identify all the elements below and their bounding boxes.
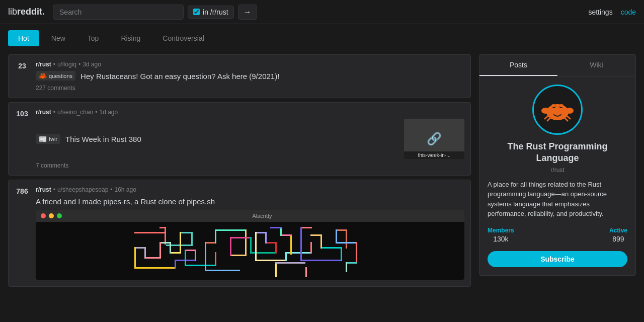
svg-rect-37 [265, 232, 267, 244]
post-subreddit[interactable]: r/rust [36, 61, 51, 68]
logo-lib: lib [8, 7, 17, 17]
post-thumbnail[interactable]: 🔗 this-week-in-... [404, 119, 464, 159]
svg-rect-12 [144, 257, 161, 259]
svg-rect-55 [356, 242, 357, 262]
svg-rect-19 [195, 250, 196, 261]
svg-rect-24 [205, 242, 216, 244]
sub-stats: Members 130k Active 899 [488, 227, 627, 243]
window-title: Alacritty [252, 213, 272, 219]
svg-rect-1 [134, 232, 165, 233]
svg-rect-64 [270, 227, 282, 228]
sidebar: Posts Wiki [479, 54, 636, 287]
tab-new[interactable]: New [41, 30, 75, 46]
sidebar-tab-wiki[interactable]: Wiki [557, 55, 635, 76]
subscribe-button[interactable]: Subscribe [488, 251, 627, 267]
svg-rect-10 [159, 242, 171, 244]
post-title[interactable]: Hey Rustaceans! Got an easy question? As… [80, 71, 279, 82]
post-title-row: 🦀 questions Hey Rustaceans! Got an easy … [36, 71, 464, 82]
header: libreddit. in /r/rust → settings code [0, 0, 644, 24]
post-time: 3d ago [83, 61, 101, 68]
post-meta: r/rust • u/sheepshapesoap • 16h ago [36, 186, 464, 193]
post-author[interactable]: u/seino_chan [57, 109, 93, 116]
post-card: 23 r/rust • u/llogiq • 3d ago 🦀 question… [8, 54, 471, 98]
post-title-row: 📰 twir This Week in Rust 380 🔗 this-week… [36, 119, 464, 159]
search-in-checkbox[interactable] [193, 9, 200, 15]
svg-rect-23 [215, 252, 216, 266]
post-score: 103 [15, 109, 30, 169]
post-subreddit[interactable]: r/rust [36, 109, 51, 116]
svg-point-77 [551, 104, 555, 107]
svg-rect-7 [180, 232, 181, 252]
svg-rect-31 [230, 237, 231, 256]
code-link[interactable]: code [621, 8, 636, 16]
window-minimize-dot [49, 213, 54, 218]
window-maximize-dot [57, 213, 62, 218]
svg-rect-21 [185, 250, 186, 265]
active-label: Active [609, 227, 627, 234]
svg-rect-38 [255, 232, 267, 233]
svg-rect-2 [165, 227, 166, 245]
post-score: 23 [15, 61, 30, 92]
sidebar-card: Posts Wiki [479, 54, 636, 276]
svg-rect-27 [215, 229, 216, 244]
pipes-visualization [36, 222, 464, 280]
tab-controversial[interactable]: Controversial [152, 30, 214, 46]
post-meta: r/rust • u/llogiq • 3d ago [36, 61, 464, 68]
svg-rect-32 [230, 237, 250, 238]
header-links: settings code [588, 8, 636, 16]
svg-rect-42 [285, 252, 310, 254]
members-count: 130k [488, 235, 514, 243]
post-card: 786 r/rust • u/sheepshapesoap • 16h ago … [8, 180, 471, 287]
tab-hot[interactable]: Hot [8, 30, 39, 46]
svg-rect-16 [134, 267, 175, 269]
alacritty-body [36, 222, 464, 280]
svg-rect-39 [255, 232, 257, 260]
sidebar-tab-posts[interactable]: Posts [479, 55, 557, 76]
tab-top[interactable]: Top [77, 30, 109, 46]
svg-rect-13 [144, 247, 146, 259]
subreddit-name: The Rust Programming Language [488, 141, 627, 165]
svg-rect-50 [310, 234, 322, 236]
svg-rect-25 [205, 242, 206, 270]
svg-point-78 [559, 104, 564, 107]
search-input[interactable] [53, 5, 184, 20]
svg-rect-62 [280, 234, 292, 236]
post-flair: 🦀 questions [36, 71, 75, 80]
svg-rect-46 [300, 260, 341, 261]
post-title[interactable]: This Week in Rust 380 [65, 134, 141, 144]
svg-rect-45 [300, 227, 302, 260]
logo[interactable]: libreddit. [8, 7, 45, 17]
svg-rect-57 [346, 262, 347, 272]
active-count: 899 [609, 235, 627, 243]
svg-rect-49 [320, 234, 322, 249]
post-content: r/rust • u/llogiq • 3d ago 🦀 questions H… [36, 61, 464, 92]
svg-rect-59 [275, 262, 305, 264]
post-author[interactable]: u/llogiq [57, 61, 76, 68]
svg-rect-44 [300, 227, 312, 228]
post-comments[interactable]: 227 comments [36, 85, 464, 92]
tab-rising[interactable]: Rising [111, 30, 150, 46]
search-scope-toggle[interactable]: in /r/rust [188, 6, 234, 19]
search-go-button[interactable]: → [238, 5, 257, 20]
post-author[interactable]: u/sheepshapesoap [57, 186, 108, 193]
svg-point-71 [541, 108, 549, 114]
flair-icon: 🦀 [39, 72, 47, 79]
svg-rect-6 [180, 232, 193, 233]
svg-rect-30 [230, 255, 247, 256]
svg-rect-43 [310, 242, 312, 254]
search-area: in /r/rust → [53, 5, 257, 20]
svg-rect-20 [185, 250, 196, 251]
post-title-row: A friend and I made pipes-rs, a Rust clo… [36, 196, 464, 207]
sub-avatar-area [488, 85, 627, 135]
post-comments[interactable]: 7 comments [36, 162, 464, 169]
post-title[interactable]: A friend and I made pipes-rs, a Rust clo… [36, 196, 215, 207]
post-subreddit[interactable]: r/rust [36, 186, 51, 193]
settings-link[interactable]: settings [588, 8, 612, 16]
svg-rect-15 [134, 247, 136, 267]
svg-rect-58 [275, 262, 277, 277]
subreddit-description: A place for all things related to the Ru… [488, 180, 627, 219]
svg-rect-33 [250, 237, 252, 252]
post-meta: r/rust • u/seino_chan • 1d ago [36, 109, 464, 116]
posts-column: 23 r/rust • u/llogiq • 3d ago 🦀 question… [8, 54, 471, 287]
svg-rect-60 [305, 267, 307, 277]
